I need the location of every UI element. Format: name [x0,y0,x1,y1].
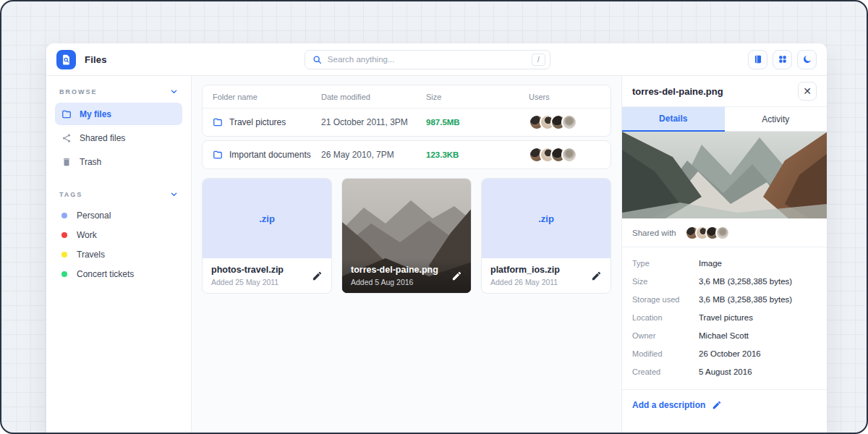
folder-icon [213,150,223,160]
file-name: torres-del-paine.png [351,265,438,275]
file-card-torres-del-paine[interactable]: torres-del-paine.png Added 5 Aug 2016 [341,178,472,294]
trash-icon [61,157,72,167]
folder-icon [61,109,72,119]
user-avatars [529,147,605,163]
tag-color-dot [61,252,67,258]
search-shortcut-key: / [532,54,545,66]
sidebar-item-label: Shared files [80,133,125,143]
tag-item-personal[interactable]: Personal [55,205,182,225]
column-header: Size [426,93,529,101]
chevron-down-icon[interactable] [170,190,178,198]
file-name: platform_ios.zip [490,265,560,275]
sidebar-item-shared-files[interactable]: Shared files [55,127,182,149]
tags-section-header[interactable]: TAGS [55,190,182,198]
detail-row-storage-used: Storage used 3,6 MB (3,258,385 bytes) [632,290,817,308]
main-content: Folder name Date modified Size Users Tra… [192,76,621,434]
table-row[interactable]: Important documents 26 May 2010, 7PM 123… [203,141,610,169]
app-frame: Files / [0,0,868,434]
window-body: BROWSE My files Shared files [46,76,827,434]
sidebar: BROWSE My files Shared files [46,76,192,434]
table-row[interactable]: Travel pictures 21 October 2011, 3PM 987… [203,109,610,136]
folders-table-continued: Important documents 26 May 2010, 7PM 123… [202,140,611,169]
tab-activity[interactable]: Activity [725,107,827,132]
detail-label: Created [632,367,699,376]
files-window: Files / [46,43,827,434]
detail-label: Owner [632,331,699,340]
tags-section-label: TAGS [59,191,82,198]
edit-icon[interactable] [591,271,602,281]
add-description-button[interactable]: Add a description [622,390,827,420]
search-icon [312,55,322,64]
sidebar-item-label: My files [80,109,111,119]
tag-label: Work [77,230,97,240]
detail-label: Modified [632,349,699,358]
shared-with-label: Shared with [632,229,676,237]
detail-value: 26 October 2016 [699,349,817,358]
edit-icon[interactable] [312,271,323,281]
tag-item-concert-tickets[interactable]: Concert tickets [55,264,182,284]
search-input[interactable] [328,55,532,64]
detail-value: 3,6 MB (3,258,385 bytes) [699,277,817,286]
details-panel: torres-del-paine.png ✕ Details Activity [621,76,827,434]
detail-row-owner: Owner Michael Scott [632,326,817,344]
zip-badge: .zip [482,179,610,258]
panel-header: torres-del-paine.png ✕ [622,76,827,106]
detail-value: Image [699,259,817,268]
topbar-actions [748,50,817,69]
search-bar[interactable]: / [305,50,550,69]
folder-icon [213,117,223,127]
sidebar-item-label: Trash [80,157,101,167]
detail-label: Size [632,277,699,286]
browse-section-header[interactable]: BROWSE [55,88,182,95]
column-header: Users [529,93,605,101]
detail-row-type: Type Image [632,254,817,272]
column-header: Folder name [213,93,321,101]
tag-color-dot [61,213,67,218]
folder-size: 987.5MB [426,118,529,127]
file-details-list: Type Image Size 3,6 MB (3,258,385 bytes)… [622,247,827,390]
shared-with-row: Shared with [622,218,827,247]
avatar [715,226,730,240]
close-icon[interactable]: ✕ [798,82,817,101]
file-added-date: Added 5 Aug 2016 [351,278,438,286]
detail-label: Location [632,313,699,322]
tag-item-work[interactable]: Work [55,225,182,244]
chevron-down-icon[interactable] [170,88,178,95]
folder-size: 123.3KB [426,150,529,159]
avatar [561,147,577,163]
app-logo-icon [56,50,76,69]
edit-icon[interactable] [451,271,462,281]
avatar [561,114,577,130]
date-modified: 21 October 2011, 3PM [321,117,426,127]
dark-mode-toggle[interactable] [797,50,817,69]
file-added-date: Added 26 May 2011 [490,278,560,286]
file-card-platform-ios[interactable]: .zip platform_ios.zip Added 26 May 2011 [481,178,611,294]
share-icon [61,133,72,143]
detail-value: 5 August 2016 [699,367,817,376]
shared-avatars [685,226,730,240]
zip-badge: .zip [203,179,331,258]
file-card-photos-travel[interactable]: .zip photos-travel.zip Added 25 May 2011 [202,178,332,294]
tag-item-travels[interactable]: Travels [55,244,182,264]
add-description-label: Add a description [632,400,705,410]
detail-label: Storage used [632,295,699,304]
browse-section-label: BROWSE [59,88,98,95]
sidebar-item-my-files[interactable]: My files [55,103,182,125]
user-avatars [529,114,605,130]
edit-icon [712,400,722,410]
detail-value: Travel pictures [699,313,817,322]
sidebar-item-trash[interactable]: Trash [55,150,182,173]
folder-name: Travel pictures [229,117,286,127]
detail-row-size: Size 3,6 MB (3,258,385 bytes) [632,272,817,290]
tag-color-dot [61,271,67,277]
grid-view-button[interactable] [773,50,792,69]
notebook-button[interactable] [748,50,767,69]
tag-color-dot [61,232,67,238]
tab-details[interactable]: Details [622,107,725,132]
detail-value: Michael Scott [699,331,817,340]
detail-row-modified: Modified 26 October 2016 [632,344,817,362]
panel-file-title: torres-del-paine.png [632,86,723,97]
column-header: Date modified [321,93,426,101]
page-title: Files [85,54,107,65]
detail-row-created: Created 5 August 2016 [632,362,817,380]
